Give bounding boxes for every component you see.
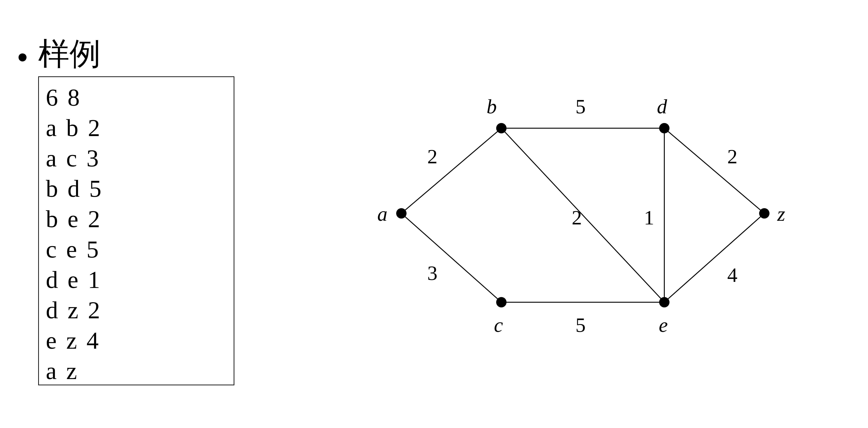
node-b xyxy=(496,123,506,133)
edge-weight-d-z: 2 xyxy=(727,145,738,167)
input-line: b d 5 xyxy=(46,173,227,204)
node-label-d: d xyxy=(657,95,667,118)
input-line: a b 2 xyxy=(46,113,227,143)
input-line: d e 1 xyxy=(46,265,227,295)
edges-group xyxy=(401,128,764,302)
edge-weight-b-d: 5 xyxy=(576,95,586,118)
input-line: d z 2 xyxy=(46,295,227,325)
example-title: 样例 xyxy=(38,33,101,75)
node-z xyxy=(759,208,770,218)
node-label-c: c xyxy=(494,314,503,336)
graph-diagram: 23525124abcdez xyxy=(365,77,816,354)
node-label-a: a xyxy=(377,203,388,225)
edge-d-z xyxy=(664,128,764,213)
edge-b-e xyxy=(501,128,664,302)
node-a xyxy=(396,208,407,218)
input-line: b e 2 xyxy=(46,204,227,234)
edge-weight-e-z: 4 xyxy=(727,264,738,286)
node-label-z: z xyxy=(777,203,785,225)
edge-weight-a-b: 2 xyxy=(427,145,437,167)
edge-weight-d-e: 1 xyxy=(644,206,654,229)
edge-weight-b-e: 2 xyxy=(572,206,582,229)
input-line: e z 4 xyxy=(46,325,227,356)
node-label-b: b xyxy=(487,95,497,118)
page: • 样例 6 8 a b 2 a c 3 b d 5 b e 2 c e 5 d… xyxy=(0,0,868,428)
edge-e-z xyxy=(664,213,764,302)
node-label-e: e xyxy=(659,314,668,336)
node-d xyxy=(659,123,670,133)
input-line: c e 5 xyxy=(46,234,227,265)
input-line: a c 3 xyxy=(46,143,227,173)
graph-svg: 23525124abcdez xyxy=(365,77,816,354)
labels-group: 23525124abcdez xyxy=(377,95,785,336)
node-c xyxy=(496,297,506,307)
input-line: 6 8 xyxy=(46,82,227,113)
node-e xyxy=(659,297,670,307)
sample-input-box: 6 8 a b 2 a c 3 b d 5 b e 2 c e 5 d e 1 … xyxy=(38,77,235,385)
edge-a-c xyxy=(401,213,501,302)
edge-a-b xyxy=(401,128,501,213)
bullet-icon: • xyxy=(18,40,28,74)
edge-weight-a-c: 3 xyxy=(427,262,437,284)
edge-weight-c-e: 5 xyxy=(576,314,586,336)
input-line: a z xyxy=(46,356,227,386)
